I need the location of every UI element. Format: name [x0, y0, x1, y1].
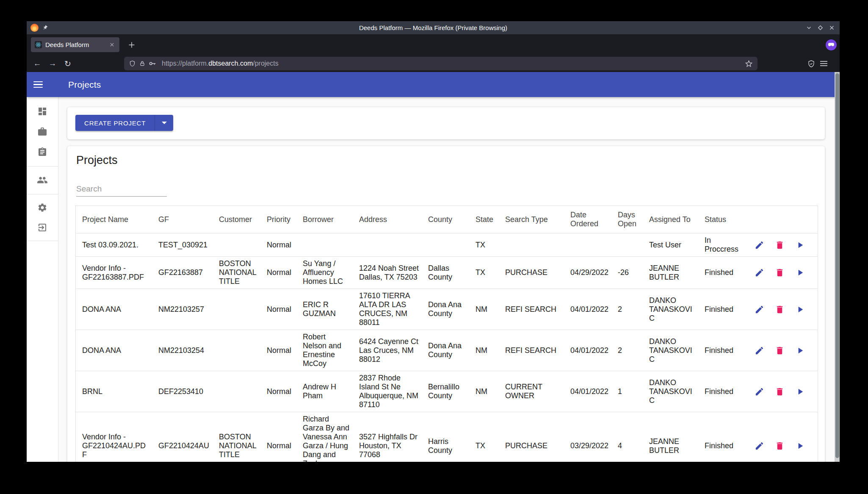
edit-button[interactable]: [754, 239, 765, 250]
cell-gf: DEF2253410: [158, 371, 219, 412]
scrollbar-thumb[interactable]: [835, 73, 839, 458]
cell-days_open: [618, 233, 649, 257]
cell-status: Finished: [705, 412, 752, 462]
back-icon[interactable]: ←: [31, 57, 44, 70]
delete-button[interactable]: [774, 386, 785, 397]
cell-date_ordered: 04/01/2022: [570, 371, 618, 412]
cell-address: 3527 Highfalls Dr Houston, TX 77068: [359, 412, 428, 462]
page-content: Projects CREATE PROJECT Projects: [27, 72, 840, 462]
column-header-borrower: Borrower: [303, 206, 359, 233]
table-row: Vendor Info - GF2210424AU.PDFGF2210424AU…: [76, 412, 818, 462]
open-button[interactable]: [794, 239, 805, 250]
cell-borrower: Richard Garza By and Vanessa Ann Garza /…: [303, 412, 359, 462]
cell-gf: GF22163887: [158, 257, 219, 289]
cell-actions: [752, 289, 818, 330]
open-button[interactable]: [794, 441, 805, 452]
pencil-icon: [755, 268, 764, 278]
delete-button[interactable]: [774, 239, 785, 250]
bookmark-star-icon[interactable]: [745, 60, 752, 67]
cell-date_ordered: 03/29/2022: [570, 412, 618, 462]
tab-close-icon[interactable]: [108, 41, 116, 48]
maximize-button[interactable]: [817, 25, 823, 31]
cell-state: TX: [475, 412, 505, 462]
cell-county: Harris County: [428, 412, 475, 462]
section-heading: Projects: [76, 154, 118, 167]
hamburger-menu-icon[interactable]: [820, 61, 827, 67]
cell-priority: Normal: [267, 233, 303, 257]
pencil-icon: [755, 305, 764, 314]
open-button[interactable]: [794, 304, 805, 315]
cell-actions: [752, 371, 818, 412]
drawer-menu-icon[interactable]: [33, 81, 43, 88]
cell-customer: [219, 371, 267, 412]
create-project-dropdown-button[interactable]: [155, 115, 173, 131]
cell-search_type: PURCHASE: [505, 257, 570, 289]
titlebar[interactable]: Deeds Platform — Mozilla Firefox (Privat…: [27, 21, 840, 34]
edit-button[interactable]: [754, 441, 765, 452]
edit-button[interactable]: [754, 345, 765, 356]
edit-button[interactable]: [754, 304, 765, 315]
cell-address: 2837 Rhode Island St Ne Albuquerque, NM …: [359, 371, 428, 412]
sidebar-item-dashboard[interactable]: [27, 101, 58, 122]
close-button[interactable]: [829, 25, 835, 31]
delete-button[interactable]: [774, 267, 785, 278]
open-button[interactable]: [794, 386, 805, 397]
cell-status: In Proccress: [705, 233, 752, 257]
open-button[interactable]: [794, 267, 805, 278]
cell-project_name: Vendor Info - GF22163887.PDF: [76, 257, 158, 289]
cell-project_name: Test 03.09.2021.: [76, 233, 158, 257]
cell-priority: Normal: [267, 371, 303, 412]
sidebar-item-projects[interactable]: [27, 122, 58, 142]
cell-gf: NM22103257: [158, 289, 219, 330]
cell-county: Dallas County: [428, 257, 475, 289]
minimize-button[interactable]: [806, 25, 812, 31]
private-browsing-icon: [826, 39, 837, 50]
tab-deeds-platform[interactable]: Deeds Platform: [31, 37, 119, 52]
cell-customer: [219, 289, 267, 330]
key-icon[interactable]: [149, 60, 156, 67]
cell-state: TX: [475, 257, 505, 289]
url-bar[interactable]: https://platform.dbtsearch.com/projects: [124, 57, 757, 70]
trash-icon: [775, 305, 785, 314]
delete-button[interactable]: [774, 304, 785, 315]
tab-title: Deeds Platform: [45, 41, 108, 48]
reload-icon[interactable]: ↻: [61, 57, 74, 70]
logout-icon: [37, 222, 47, 233]
cell-status: Finished: [705, 257, 752, 289]
trash-icon: [775, 346, 785, 355]
sidebar-item-orders[interactable]: [27, 142, 58, 162]
forward-icon[interactable]: →: [46, 57, 59, 70]
sidebar-item-settings[interactable]: [27, 197, 58, 218]
pencil-icon: [755, 346, 764, 355]
cell-assigned_to: Test User: [649, 233, 705, 257]
create-project-button[interactable]: CREATE PROJECT: [75, 115, 155, 131]
page-scrollbar[interactable]: [835, 72, 840, 462]
search-input[interactable]: [76, 182, 167, 197]
column-header-assigned_to: Assigned To: [649, 206, 705, 233]
lock-icon[interactable]: [139, 60, 145, 67]
trash-icon: [775, 268, 785, 278]
delete-button[interactable]: [774, 441, 785, 452]
table-body: Test 03.09.2021.TEST_030921NormalTXTest …: [76, 233, 818, 462]
protections-shield-icon[interactable]: [807, 60, 815, 68]
sidebar-item-users[interactable]: [27, 170, 58, 190]
sidebar-item-logout[interactable]: [27, 217, 58, 238]
cell-state: NM: [475, 289, 505, 330]
edit-button[interactable]: [754, 386, 765, 397]
cell-project_name: BRNL: [76, 371, 158, 412]
table-row: DONA ANANM22103257NormalERIC R GUZMAN176…: [76, 289, 818, 330]
open-button[interactable]: [794, 345, 805, 356]
new-tab-button[interactable]: [126, 39, 137, 50]
delete-button[interactable]: [774, 345, 785, 356]
cell-date_ordered: [570, 233, 618, 257]
tab-strip: Deeds Platform: [27, 34, 840, 55]
edit-button[interactable]: [754, 267, 765, 278]
trash-icon: [775, 387, 785, 397]
cell-project_name: Vendor Info - GF2210424AU.PDF: [76, 412, 158, 462]
play-icon: [795, 441, 805, 451]
cell-priority: Normal: [267, 289, 303, 330]
cell-state: NM: [475, 371, 505, 412]
shield-icon[interactable]: [129, 60, 135, 67]
cell-assigned_to: JEANNE BUTLER: [649, 412, 705, 462]
cell-customer: BOSTON NATIONAL TITLE: [219, 412, 267, 462]
